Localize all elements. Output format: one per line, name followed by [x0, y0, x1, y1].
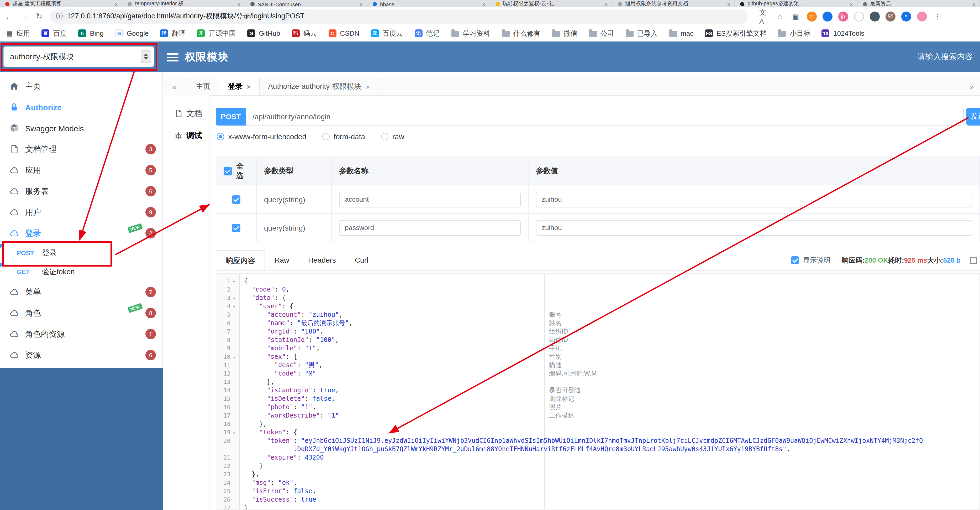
bookmark-item[interactable]: CCSDN: [328, 29, 359, 37]
tab-close-icon[interactable]: ×: [605, 2, 608, 7]
extension-icon-5[interactable]: [870, 11, 880, 21]
response-tab-响应内容[interactable]: 响应内容: [216, 250, 265, 271]
sidebar-item-菜单[interactable]: 菜单7: [0, 282, 162, 303]
module-select[interactable]: authority-权限模块: [3, 46, 154, 67]
bookmark-item[interactable]: 百百度: [42, 29, 67, 38]
profile-avatar[interactable]: [917, 11, 927, 21]
sidebar-api-登录[interactable]: POST登录: [0, 244, 162, 263]
sidebar-item-主页[interactable]: 主页: [0, 76, 162, 97]
reload-icon[interactable]: ↻: [36, 11, 42, 21]
bookmark-item[interactable]: 什么都有: [501, 29, 540, 38]
param-name-input[interactable]: [339, 220, 521, 236]
radio-icon[interactable]: [322, 133, 329, 140]
content-type-option[interactable]: form-data: [322, 132, 365, 141]
content-type-option[interactable]: x-www-form-urlencoded: [217, 132, 306, 141]
header-search[interactable]: 请输入搜索内容: [918, 41, 973, 72]
extension-icon-2[interactable]: [822, 11, 832, 21]
response-tab-Headers[interactable]: Headers: [299, 250, 345, 271]
extension-grid-icon[interactable]: ▣: [791, 11, 801, 21]
browser-tab[interactable]: 通用权限系统参考资料文档×: [612, 0, 735, 7]
bookmark-item[interactable]: 公司: [589, 29, 614, 38]
request-url-input[interactable]: [246, 108, 964, 126]
browser-tab[interactable]: hbase×: [368, 0, 490, 7]
send-button[interactable]: 发送: [966, 108, 980, 126]
sidebar-item-角色的资源[interactable]: 角色的资源1: [0, 324, 162, 344]
tab-close-icon[interactable]: ×: [727, 2, 730, 7]
radio-icon[interactable]: [381, 133, 388, 140]
menu-icon[interactable]: [167, 53, 178, 63]
bookmark-star-icon[interactable]: ☆: [775, 11, 785, 21]
param-value-input[interactable]: [536, 220, 972, 236]
sidebar-item-文档管理[interactable]: 文档管理3: [0, 139, 162, 160]
panel-nav-调试[interactable]: 调试: [163, 124, 209, 147]
param-value-input[interactable]: [536, 191, 972, 207]
panel-nav-文档[interactable]: 文档: [163, 102, 209, 124]
tab-close-icon[interactable]: ×: [360, 2, 363, 7]
bookmark-item[interactable]: 码码云: [291, 29, 317, 38]
sidebar-api-验证token[interactable]: GET验证token: [0, 263, 162, 282]
doc-tab-登录[interactable]: 登录×: [220, 78, 259, 95]
sidebar-item-Authorize[interactable]: Authorize: [0, 97, 162, 118]
param-checkbox[interactable]: [232, 195, 240, 204]
translate-icon[interactable]: 文A: [759, 11, 769, 21]
bookmark-item[interactable]: GGitHub: [248, 29, 280, 37]
extension-icon-1[interactable]: G: [807, 11, 816, 21]
browser-tab[interactable]: github-pages搭建的采…×: [735, 0, 857, 7]
bookmark-item[interactable]: 云百度云: [371, 29, 403, 38]
response-tab-Raw[interactable]: Raw: [265, 250, 299, 271]
extension-icon-4[interactable]: [854, 11, 864, 21]
browser-tab[interactable]: 最新资质×: [858, 0, 980, 7]
tab-close-icon[interactable]: ×: [366, 83, 370, 91]
bookmark-item[interactable]: 开开源中国: [197, 29, 236, 38]
tab-close-icon[interactable]: ×: [247, 83, 251, 91]
extension-icon-3[interactable]: jp: [838, 11, 848, 21]
sidebar-item-资源[interactable]: 资源6: [0, 344, 162, 365]
bookmark-item[interactable]: 译翻译: [161, 29, 186, 38]
tab-close-icon[interactable]: ×: [482, 2, 485, 7]
sidebar-item-角色[interactable]: 角色NEW8: [0, 303, 162, 324]
doc-tab-主页[interactable]: 主页: [187, 78, 220, 95]
bookmark-item[interactable]: 已导入: [625, 29, 657, 38]
bookmark-item[interactable]: 小目标: [778, 29, 810, 38]
bookmark-item[interactable]: 微信: [552, 29, 577, 38]
fullscreen-icon[interactable]: [970, 257, 977, 264]
bookmark-item[interactable]: GGoogle: [115, 29, 149, 37]
tabs-scroll-right-icon[interactable]: »: [964, 78, 979, 95]
sidebar-item-用户[interactable]: 用户9: [0, 202, 162, 223]
extension-icon-7[interactable]: *: [901, 11, 911, 21]
menu-dots-icon[interactable]: ⋮: [932, 11, 942, 21]
param-checkbox[interactable]: [232, 223, 240, 232]
sidebar-item-应用[interactable]: 应用5: [0, 160, 162, 181]
bookmark-item[interactable]: 记笔记: [414, 29, 440, 38]
browser-tab[interactable]: 玩转权限之鉴权-云+社…×: [490, 0, 612, 7]
tab-close-icon[interactable]: ×: [237, 2, 240, 7]
tab-close-icon[interactable]: ×: [972, 2, 975, 7]
bookmark-item[interactable]: bBing: [78, 29, 104, 37]
radio-icon[interactable]: [217, 133, 224, 140]
tabs-scroll-left-icon[interactable]: «: [167, 82, 181, 91]
extension-icon-6[interactable]: 缩: [885, 11, 895, 21]
show-desc-checkbox[interactable]: [791, 256, 799, 264]
bookmark-item[interactable]: mac: [669, 29, 694, 37]
doc-tab-Authorize-authority-权限模块[interactable]: Authorize-authority-权限模块×: [259, 78, 379, 95]
sidebar-item-服务表[interactable]: 服务表6: [0, 181, 162, 202]
browser-tab[interactable]: 超星 建筑工程概预算…×: [0, 0, 122, 7]
select-all-checkbox[interactable]: [224, 167, 232, 175]
bookmark-item[interactable]: ESES搜索引擎文档: [705, 29, 767, 38]
response-tab-Curl[interactable]: Curl: [345, 250, 378, 271]
browser-tab[interactable]: SANDI-Compusen…×: [245, 0, 367, 7]
page-info-icon[interactable]: ⓘ: [56, 11, 63, 21]
address-bar[interactable]: ⓘ 127.0.0.1:8760/api/gate/doc.html#/auth…: [49, 9, 748, 23]
param-name-input[interactable]: [339, 191, 521, 207]
back-icon[interactable]: ←: [5, 12, 13, 21]
sidebar-item-Swagger Models[interactable]: Swagger Models: [0, 118, 162, 139]
response-editor[interactable]: 1▾{2 "code": 0,3▾ "data": {4▾ "user": {5…: [216, 273, 980, 510]
content-type-option[interactable]: raw: [381, 132, 404, 141]
tab-close-icon[interactable]: ×: [115, 2, 118, 7]
bookmark-item[interactable]: 101024Tools: [822, 29, 864, 37]
browser-tab[interactable]: temporary-Interior 权…×: [123, 0, 245, 7]
sidebar-item-登录[interactable]: 登录NEW2: [0, 223, 162, 244]
tab-close-icon[interactable]: ×: [850, 2, 853, 7]
forward-icon[interactable]: →: [21, 12, 29, 21]
bookmark-item[interactable]: 学习资料: [451, 29, 490, 38]
